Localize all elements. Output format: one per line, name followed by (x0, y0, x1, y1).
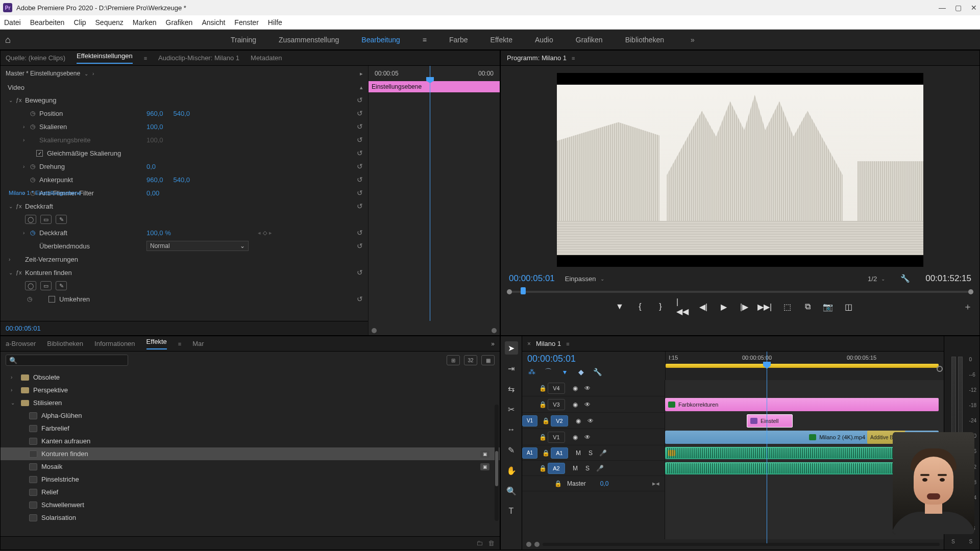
menu-bearbeiten[interactable]: Bearbeiten (30, 18, 65, 27)
menu-marken[interactable]: Marken (133, 18, 157, 27)
anker-x[interactable]: 960,0 (146, 176, 163, 184)
resolution-dropdown[interactable]: 1/2 (868, 275, 877, 283)
folder-stilisieren[interactable]: Stilisieren (33, 399, 62, 407)
ec-mini-timeline[interactable]: 00:00:05 00:00 Einstellungsebene (368, 66, 500, 335)
folder-perspektive[interactable]: Perspektive (33, 386, 68, 394)
mute-a2[interactable]: M (569, 465, 581, 472)
folder-obsolete[interactable]: Obsolete (33, 373, 60, 381)
add-keyframe-icon[interactable]: ◇ (263, 230, 267, 236)
lock-a2-icon[interactable]: 🔒 (537, 465, 548, 472)
program-timecode-current[interactable]: 00:00:05:01 (509, 273, 555, 284)
extract-icon[interactable]: ⧉ (801, 300, 814, 313)
menu-hilfe[interactable]: Hilfe (268, 18, 282, 27)
reset-uniform-icon[interactable]: ↺ (357, 149, 363, 157)
lock-v2-icon[interactable]: 🔒 (541, 417, 551, 424)
work-area-end-handle[interactable] (937, 366, 943, 372)
scrub-right-handle[interactable] (968, 289, 973, 294)
zoom-tool-icon[interactable]: 🔍 (505, 484, 518, 497)
reset-position-icon[interactable]: ↺ (357, 109, 363, 117)
eye-v2-icon[interactable]: 👁 (584, 417, 597, 424)
workspace-zusammenstellung[interactable]: Zusammenstellung (279, 36, 339, 44)
sync-lock-v1-icon[interactable]: ◉ (569, 434, 581, 441)
play-icon[interactable]: ▶ (717, 300, 730, 313)
reset-anker-icon[interactable]: ↺ (357, 176, 363, 184)
scrollbar-thumb[interactable] (495, 451, 498, 486)
menu-grafiken[interactable]: Grafiken (166, 18, 193, 27)
timeline-timecode[interactable]: 00:00:05:01 (527, 354, 660, 364)
effect-schwellenwert[interactable]: Schwellenwert (41, 501, 84, 509)
comparison-view-icon[interactable]: ◫ (842, 300, 855, 313)
add-marker-icon[interactable]: ▼ (613, 300, 626, 313)
twisty-perspektive[interactable]: › (11, 387, 17, 393)
ec-timecode[interactable]: 00:00:05:01 (6, 324, 41, 332)
track-v4[interactable]: V4 (548, 383, 565, 394)
source-v1-target[interactable]: V1 (522, 415, 537, 427)
tab-informationen[interactable]: Informationen (94, 340, 135, 347)
effects-scrollbar[interactable] (495, 405, 499, 521)
mute-a1[interactable]: M (572, 449, 584, 457)
eye-v3-icon[interactable]: 👁 (581, 401, 594, 408)
reset-bewegung-icon[interactable]: ↺ (357, 96, 363, 104)
effect-alpha-gluehen[interactable]: Alpha-Glühen (41, 412, 82, 419)
track-v2[interactable]: V2 (551, 415, 568, 427)
go-to-out-icon[interactable]: ▶▶| (758, 300, 771, 313)
workspace-bearbeitung[interactable]: Bearbeitung (361, 36, 400, 44)
ec-zoom-right-handle[interactable] (492, 328, 497, 333)
res-chevron-icon[interactable]: ⌄ (881, 276, 885, 282)
solo-a2[interactable]: S (581, 465, 594, 472)
32bit-badge-icon[interactable]: 32 (464, 355, 477, 365)
reset-blend-icon[interactable]: ↺ (357, 242, 363, 250)
ec-clip-bar[interactable]: Einstellungsebene (369, 81, 500, 92)
eye-v4-icon[interactable]: 👁 (581, 385, 594, 392)
antiflimmer-value[interactable]: 0,00 (146, 189, 159, 197)
track-a2[interactable]: A2 (548, 463, 565, 474)
slip-tool-icon[interactable]: ↔ (505, 423, 518, 436)
source-a1-target[interactable]: A1 (522, 447, 537, 459)
tab-metadaten[interactable]: Metadaten (251, 54, 282, 62)
effect-kanten-aufrauen[interactable]: Kanten aufrauen (41, 437, 90, 445)
program-scrub-bar[interactable] (507, 288, 973, 295)
lift-icon[interactable]: ⬚ (780, 300, 794, 313)
track-select-tool-icon[interactable]: ⇥ (505, 362, 518, 375)
drehung-value[interactable]: 0,0 (146, 163, 156, 170)
reset-umkehren-icon[interactable]: ↺ (357, 295, 363, 303)
sequence-clip-label[interactable]: Milano 1 * Einstellungsebene (6, 66, 84, 334)
solo-left[interactable]: S (951, 539, 955, 544)
reset-antiflimmer-icon[interactable]: ↺ (357, 189, 363, 197)
home-icon[interactable]: ⌂ (5, 35, 16, 45)
scrub-left-handle[interactable] (507, 289, 512, 294)
timeline-ruler[interactable]: I:15 00:00:05:00 00:00:05:15 00:00:06:00… (665, 352, 944, 380)
solo-right[interactable]: S (969, 539, 972, 544)
reset-deckkraft-v-icon[interactable]: ↺ (357, 229, 363, 237)
program-menu-icon[interactable]: ≡ (572, 55, 575, 61)
tab-audioclip-mischer[interactable]: Audioclip-Mischer: Milano 1 (158, 54, 239, 62)
workspace-bibliotheken[interactable]: Bibliotheken (625, 36, 664, 44)
tab-browser[interactable]: a-Browser (6, 340, 36, 347)
step-back-icon[interactable]: ◀| (697, 300, 710, 313)
sync-lock-v4-icon[interactable]: ◉ (569, 385, 581, 392)
effect-konturen-finden-item[interactable]: Konturen finden (41, 450, 88, 458)
program-playhead[interactable] (521, 287, 526, 294)
zoom-out-handle[interactable] (526, 542, 531, 547)
workspace-grafiken[interactable]: Grafiken (576, 36, 603, 44)
clip-milano2[interactable]: Milano 2 (4K).mp4 (665, 431, 879, 444)
selection-tool-icon[interactable]: ➤ (505, 341, 518, 355)
voiceover-a2-icon[interactable]: 🎤 (594, 465, 606, 472)
new-bin-icon[interactable]: 🗀 (476, 539, 483, 547)
position-x[interactable]: 960,0 (146, 110, 163, 117)
yuv-badge-icon[interactable]: ▦ (481, 355, 495, 365)
reset-deckkraft-icon[interactable]: ↺ (357, 202, 363, 210)
skalieren-value[interactable]: 100,0 (146, 123, 163, 131)
chevron-down-icon[interactable]: ⌄ (84, 71, 88, 77)
workspace-menu-icon[interactable]: ≡ (423, 36, 427, 44)
export-frame-button-icon[interactable]: 📷 (821, 300, 835, 313)
type-tool-icon[interactable]: T (505, 505, 518, 518)
menu-clip[interactable]: Clip (74, 18, 86, 27)
button-editor-plus-icon[interactable]: ＋ (963, 300, 972, 313)
hand-tool-icon[interactable]: ✋ (505, 464, 518, 477)
lock-v3-icon[interactable]: 🔒 (537, 401, 548, 408)
eye-v1-icon[interactable]: 👁 (581, 434, 594, 441)
ec-zoom-left-handle[interactable] (372, 328, 377, 333)
settings-wrench-icon[interactable]: 🔧 (900, 274, 910, 283)
workspace-overflow-icon[interactable]: » (691, 36, 695, 44)
